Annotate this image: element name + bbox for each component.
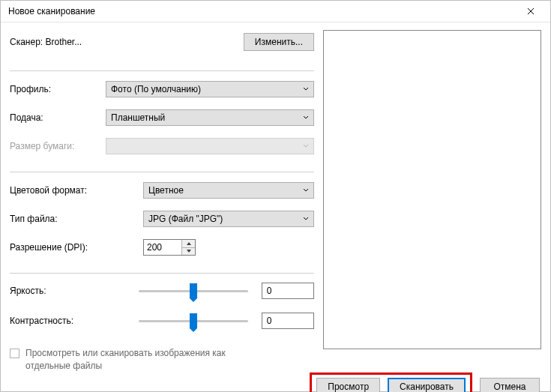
papersize-label: Размер бумаги: [10,141,106,151]
separate-files-checkbox[interactable] [10,349,19,358]
separate-files-row: Просмотреть или сканировать изображения … [10,347,314,373]
chevron-down-icon [303,144,309,148]
papersize-select [106,138,314,154]
scanner-row: Сканер: Brother... Изменить... [10,33,314,51]
preview-panel [323,22,550,373]
dialog-body: Сканер: Brother... Изменить... Профиль: … [1,22,550,373]
preview-button[interactable]: Просмотр [316,378,380,392]
chevron-down-icon [303,217,309,221]
source-label: Подача: [10,112,106,123]
filetype-select[interactable]: JPG (Файл "JPG") [143,211,314,227]
dialog-footer: Просмотр Сканировать Отмена [1,373,550,392]
profile-row: Профиль: Фото (По умолчанию) [10,80,314,98]
chevron-down-icon [303,115,309,120]
window-title: Новое сканирование [8,6,516,16]
dpi-label: Разрешение (DPI): [10,242,143,253]
dpi-spinner[interactable] [143,239,196,256]
separate-files-label: Просмотреть или сканировать изображения … [25,347,250,373]
filetype-row: Тип файла: JPG (Файл "JPG") [10,210,314,228]
chevron-down-icon [303,188,309,193]
close-button[interactable] [516,1,546,22]
dpi-down-button[interactable] [182,248,195,256]
settings-panel: Сканер: Brother... Изменить... Профиль: … [1,22,323,373]
dpi-input[interactable] [144,240,181,255]
brightness-value[interactable]: 0 [262,283,314,299]
contrast-label: Контрастность: [10,316,139,326]
highlighted-buttons: Просмотр Сканировать [310,373,472,392]
brightness-slider[interactable] [139,283,247,299]
brightness-label: Яркость: [10,286,139,296]
contrast-row: Контрастность: 0 [10,313,314,329]
slider-thumb[interactable] [190,313,197,328]
filetype-label: Тип файла: [10,214,143,224]
divider [10,273,314,274]
scanner-label: Сканер: Brother... [10,37,244,47]
section-format: Цветовой формат: Цветное Тип файла: JPG … [10,181,314,267]
papersize-row: Размер бумаги: [10,137,314,155]
scan-button[interactable]: Сканировать [388,378,466,392]
divider [10,70,314,71]
source-row: Подача: Планшетный [10,109,314,127]
scan-dialog: Новое сканирование Сканер: Brother... Из… [0,0,551,392]
dpi-row: Разрешение (DPI): [10,238,314,256]
profile-select[interactable]: Фото (По умолчанию) [106,81,314,97]
slider-thumb[interactable] [190,283,197,298]
colorformat-select[interactable]: Цветное [143,182,314,199]
colorformat-row: Цветовой формат: Цветное [10,181,314,199]
divider [10,172,314,172]
dpi-up-button[interactable] [182,240,195,248]
titlebar: Новое сканирование [1,1,550,22]
dpi-spinbuttons [181,240,195,255]
profile-label: Профиль: [10,84,106,94]
contrast-slider[interactable] [139,313,247,329]
contrast-value[interactable]: 0 [262,313,314,329]
brightness-row: Яркость: 0 [10,283,314,299]
cancel-button[interactable]: Отмена [480,378,540,392]
preview-area[interactable] [323,30,541,349]
close-icon [527,7,535,15]
source-select[interactable]: Планшетный [106,109,314,126]
colorformat-label: Цветовой формат: [10,185,143,196]
chevron-down-icon [303,87,309,91]
change-scanner-button[interactable]: Изменить... [244,33,314,51]
